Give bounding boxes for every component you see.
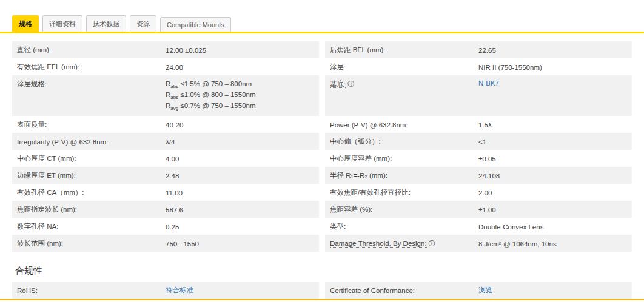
coating-line: Rabs ≤1.0% @ 800 – 1550nm <box>166 90 314 101</box>
accent-rule-top <box>0 32 644 33</box>
spec-label: 中心厚度容差 (mm): <box>330 154 478 163</box>
spec-value: 24.00 <box>166 64 314 71</box>
spec-value: 1.5λ <box>478 121 627 129</box>
spec-cell: 涂层规格: Rabs ≤1.5% @ 750 – 800nm Rabs ≤1.0… <box>12 75 319 116</box>
spec-value: ±0.05 <box>478 155 627 163</box>
spec-cell: 基底:ⓘ N-BK7 <box>325 75 632 116</box>
spec-cell: 数字孔径 NA: 0.25 <box>12 218 319 235</box>
spec-row: 中心厚度 CT (mm): 4.00 中心厚度容差 (mm): ±0.05 <box>12 150 632 167</box>
spec-value: NIR II (750-1550nm) <box>478 64 627 71</box>
spec-label: Irregularity (P-V) @ 632.8nm: <box>17 138 166 146</box>
accent-rule-bottom <box>0 299 644 300</box>
spec-value: 11.00 <box>166 189 314 197</box>
spec-label: 后焦距 BFL (mm): <box>330 46 478 55</box>
certificate-view-link[interactable]: 浏览 <box>478 286 492 294</box>
spec-label: 涂层规格: <box>17 79 166 89</box>
tab-specifications[interactable]: 规格 <box>12 15 39 32</box>
spec-table: 直径 (mm): 12.00 ±0.025 后焦距 BFL (mm): 22.6… <box>12 41 632 252</box>
substrate-link[interactable]: N-BK7 <box>478 79 499 87</box>
spec-label: 直径 (mm): <box>17 46 166 55</box>
spec-row: 直径 (mm): 12.00 ±0.025 后焦距 BFL (mm): 22.6… <box>12 41 632 58</box>
spec-label: RoHS: <box>17 287 166 294</box>
spec-page: 规格 详细资料 技术数据 资源 Compatible Mounts 直径 (mm… <box>0 0 644 304</box>
spec-value: λ/4 <box>166 138 314 146</box>
spec-cell: RoHS: 符合标准 <box>12 282 319 299</box>
spec-value: ±1.00 <box>478 206 627 214</box>
spec-value: 587.6 <box>166 206 314 214</box>
spec-label: 有效孔径 CA（mm）: <box>17 188 166 197</box>
spec-value: 2.00 <box>478 189 627 197</box>
spec-label: 基底:ⓘ <box>330 79 478 89</box>
spec-label: 波长范围 (nm): <box>17 239 166 248</box>
spec-value: 750 - 1550 <box>166 240 314 248</box>
spec-label: 表面质量: <box>17 120 166 129</box>
spec-cell: 波长范围 (nm): 750 - 1550 <box>12 235 319 252</box>
damage-threshold-tooltip-label[interactable]: Damage Threshold, By Design: <box>330 240 427 248</box>
spec-cell: 中心厚度容差 (mm): ±0.05 <box>325 150 632 167</box>
spec-cell: Certificate of Conformance: 浏览 <box>325 282 632 299</box>
spec-cell: 半径 R₁=-R₂ (mm): 24.108 <box>325 167 632 184</box>
spec-label: 焦距容差 (%): <box>330 205 478 214</box>
compliance-row: RoHS: 符合标准 Certificate of Conformance: 浏… <box>12 282 632 299</box>
spec-value: 22.65 <box>478 47 627 54</box>
tab-technical-data[interactable]: 技术数据 <box>86 15 126 32</box>
info-icon[interactable]: ⓘ <box>347 80 354 87</box>
spec-cell: 表面质量: 40-20 <box>12 116 319 133</box>
coating-line: Rabs ≤1.5% @ 750 – 800nm <box>166 79 314 90</box>
coating-line: Ravg ≤0.7% @ 750 – 1550nm <box>166 101 314 112</box>
tab-bar: 规格 详细资料 技术数据 资源 Compatible Mounts <box>0 0 644 32</box>
substrate-tooltip-label[interactable]: 基底: <box>330 80 346 88</box>
spec-cell: 焦距容差 (%): ±1.00 <box>325 201 632 218</box>
spec-value: 40-20 <box>166 121 314 129</box>
spec-row-coating: 涂层规格: Rabs ≤1.5% @ 750 – 800nm Rabs ≤1.0… <box>12 75 632 116</box>
spec-label: 类型: <box>330 222 478 231</box>
spec-label: 数字孔径 NA: <box>17 222 166 231</box>
tab-details[interactable]: 详细资料 <box>42 15 82 32</box>
compliance-table: RoHS: 符合标准 Certificate of Conformance: 浏… <box>12 282 632 299</box>
spec-label: 中心厚度 CT (mm): <box>17 154 166 163</box>
spec-cell: 边缘厚度 ET (mm): 2.48 <box>12 167 319 184</box>
spec-row: 边缘厚度 ET (mm): 2.48 半径 R₁=-R₂ (mm): 24.10… <box>12 167 632 184</box>
spec-row: 数字孔径 NA: 0.25 类型: Double-Convex Lens <box>12 218 632 235</box>
spec-label: 半径 R₁=-R₂ (mm): <box>330 171 478 180</box>
spec-value: 0.25 <box>166 223 314 231</box>
spec-row: 表面质量: 40-20 Power (P-V) @ 632.8nm: 1.5λ <box>12 116 632 133</box>
spec-row: 焦距指定波长 (nm): 587.6 焦距容差 (%): ±1.00 <box>12 201 632 218</box>
coating-spec-value: Rabs ≤1.5% @ 750 – 800nm Rabs ≤1.0% @ 80… <box>166 79 314 112</box>
tab-resources[interactable]: 资源 <box>130 15 156 32</box>
spec-label: 有效焦距 EFL (mm): <box>17 62 166 72</box>
tab-compatible-mounts[interactable]: Compatible Mounts <box>160 17 231 32</box>
spec-label: 焦距指定波长 (nm): <box>17 205 166 214</box>
spec-cell: 有效焦距 EFL (mm): 24.00 <box>12 58 319 75</box>
spec-label: 边缘厚度 ET (mm): <box>17 171 166 180</box>
spec-label: 中心偏（弧分）: <box>330 137 478 146</box>
spec-label: 有效焦距/有效孔径直径比: <box>330 188 478 197</box>
spec-row: Irregularity (P-V) @ 632.8nm: λ/4 中心偏（弧分… <box>12 133 632 150</box>
rohs-compliant-link[interactable]: 符合标准 <box>166 286 193 294</box>
spec-cell: 后焦距 BFL (mm): 22.65 <box>325 41 632 58</box>
spec-value: 8 J/cm² @ 1064nm, 10ns <box>478 240 627 248</box>
spec-cell: 中心偏（弧分）: <1 <box>325 133 632 150</box>
spec-cell: 中心厚度 CT (mm): 4.00 <box>12 150 319 167</box>
spec-value: 24.108 <box>478 172 627 180</box>
spec-value: <1 <box>478 138 627 146</box>
compliance-heading: 合规性 <box>15 265 632 277</box>
spec-cell: 焦距指定波长 (nm): 587.6 <box>12 201 319 218</box>
spec-label: Certificate of Conformance: <box>330 287 478 294</box>
spec-value: Double-Convex Lens <box>478 223 627 231</box>
spec-cell: Damage Threshold, By Design:ⓘ 8 J/cm² @ … <box>325 235 632 252</box>
spec-cell: 类型: Double-Convex Lens <box>325 218 632 235</box>
spec-value: 2.48 <box>166 172 314 180</box>
spec-row: 有效孔径 CA（mm）: 11.00 有效焦距/有效孔径直径比: 2.00 <box>12 184 632 201</box>
spec-row: 波长范围 (nm): 750 - 1550 Damage Threshold, … <box>12 235 632 252</box>
spec-cell: Power (P-V) @ 632.8nm: 1.5λ <box>325 116 632 133</box>
spec-cell: 有效焦距/有效孔径直径比: 2.00 <box>325 184 632 201</box>
spec-label: Damage Threshold, By Design:ⓘ <box>330 239 478 248</box>
spec-cell: 涂层: NIR II (750-1550nm) <box>325 58 632 75</box>
spec-cell: Irregularity (P-V) @ 632.8nm: λ/4 <box>12 133 319 150</box>
spec-value: 4.00 <box>166 155 314 163</box>
info-icon[interactable]: ⓘ <box>429 240 435 247</box>
spec-cell: 有效孔径 CA（mm）: 11.00 <box>12 184 319 201</box>
spec-label: Power (P-V) @ 632.8nm: <box>330 121 478 129</box>
spec-value: 12.00 ±0.025 <box>166 47 314 54</box>
